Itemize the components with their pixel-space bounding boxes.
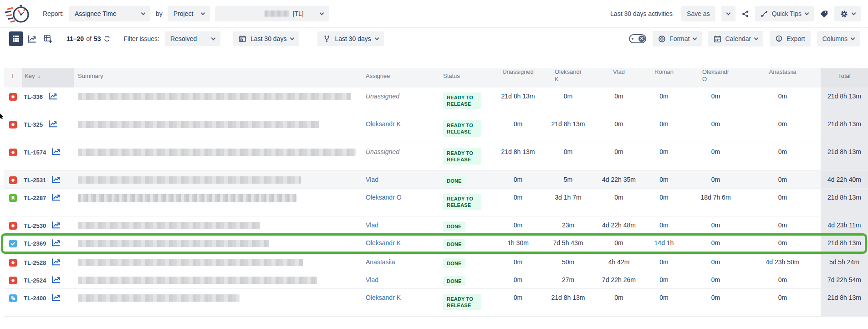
trend-chart-icon[interactable] (51, 221, 61, 229)
column-header-user[interactable]: Anastasiia (745, 68, 821, 87)
issue-key[interactable]: TL-2369 (24, 239, 46, 247)
time-value-cell: 0m (540, 87, 597, 115)
issue-key[interactable]: TL-2531 (24, 176, 46, 184)
issue-key[interactable]: TL-2524 (24, 276, 46, 284)
share-icon[interactable] (741, 10, 749, 18)
column-header-user[interactable]: OleksandrK (540, 68, 597, 87)
column-header-status[interactable]: Status (439, 68, 496, 87)
worklog-date-filter-select[interactable]: Last 30 days (317, 31, 383, 46)
status-badge: DONE (443, 176, 465, 186)
trend-chart-icon[interactable] (51, 276, 61, 283)
trend-chart-icon[interactable] (51, 148, 61, 155)
trend-chart-icon[interactable] (48, 93, 57, 100)
save-as-label: Save as (687, 10, 710, 17)
toggle-off[interactable]: ✕ (629, 34, 646, 43)
assignee-name[interactable]: Oleksandr O (366, 194, 402, 201)
trend-chart-icon[interactable] (51, 176, 61, 183)
time-value-cell: 7d 5h 43m (540, 234, 597, 253)
subtask-issue-type-icon (9, 294, 17, 316)
summary-redacted (78, 121, 319, 128)
assignee-name[interactable]: Vlad (366, 276, 378, 283)
activities-label[interactable]: Last 30 days activities (610, 10, 673, 17)
issue-date-filter-select[interactable]: Last 30 days (233, 31, 299, 46)
column-header-user[interactable]: OleksandrO (687, 68, 745, 87)
export-button[interactable]: Export (770, 31, 810, 46)
project-select[interactable]: [TL] (215, 6, 329, 21)
user-column-label: Roman (654, 68, 674, 75)
trend-chart-icon[interactable] (51, 258, 61, 266)
save-as-button[interactable]: Save as (681, 6, 715, 21)
summary-redacted (78, 240, 269, 247)
assignee-name[interactable]: Oleksandr K (366, 120, 401, 128)
settings-button[interactable] (834, 6, 861, 21)
time-value-cell: 21d 8h 13m (496, 143, 540, 170)
time-value-cell: 4h 42m (597, 253, 641, 271)
status-badge: READY TO RELEASE (443, 294, 481, 310)
assignee-name[interactable]: Oleksandr K (366, 294, 401, 301)
by-label: by (156, 10, 163, 17)
time-value-cell: 0m (745, 171, 821, 188)
time-value-cell: 21d 8h 13m (496, 87, 540, 115)
quick-tips-button[interactable]: Quick Tips (755, 6, 814, 21)
refresh-icon[interactable] (103, 35, 111, 42)
user-column-label: Vlad (613, 68, 625, 75)
assignee-name[interactable]: Oleksandr K (366, 239, 401, 247)
format-button[interactable]: Format (653, 31, 702, 46)
calendar-button[interactable]: Calendar (708, 31, 763, 46)
trend-chart-icon[interactable] (51, 294, 61, 301)
summary-redacted (78, 259, 303, 266)
assignee-name[interactable]: Vlad (366, 221, 378, 229)
trend-chart-icon[interactable] (48, 120, 57, 128)
time-value-cell: 0m (641, 171, 687, 188)
grouping-select[interactable]: Project (168, 6, 210, 21)
column-header-user[interactable]: Vlad (597, 68, 641, 87)
total-value-cell: 21d 8h 13m (821, 189, 868, 216)
status-filter-select[interactable]: Resolved (165, 31, 220, 46)
time-value-cell: 0m (687, 115, 745, 143)
table-row: TL-2400Oleksandr KREADY TO RELEASE0m21d … (4, 289, 868, 317)
column-header-user[interactable]: Unassigned (496, 68, 540, 87)
time-value-cell: 0m (496, 115, 540, 143)
table-row: TL-2524VladDONE0m27m7d 22h 26m0m0m0m7d 2… (4, 271, 868, 289)
issue-key[interactable]: TL-2530 (24, 221, 46, 230)
column-header-key[interactable]: Key ↓ (22, 68, 74, 87)
table-row: TL-325Oleksandr KREADY TO RELEASE0m21d 8… (4, 115, 868, 143)
columns-button[interactable]: Columns (817, 31, 860, 46)
save-as-dropdown-button[interactable] (721, 6, 735, 21)
bug-issue-type-icon (9, 121, 17, 143)
trend-chart-icon[interactable] (51, 239, 61, 247)
column-header-total[interactable]: Total (821, 68, 868, 87)
report-label: Report: (43, 10, 64, 17)
chevron-down-icon (141, 10, 145, 15)
chart-view-button[interactable] (25, 31, 39, 46)
time-value-cell: 0m (597, 87, 641, 115)
pagination-total: 53 (94, 35, 101, 42)
worklog-date-filter-value: Last 30 days (335, 35, 371, 42)
column-header-type[interactable]: T (4, 68, 22, 87)
calendar-clock-icon (239, 35, 246, 42)
grid-view-button[interactable] (9, 31, 23, 46)
column-header-assignee[interactable]: Assignee (362, 68, 439, 87)
tag-icon[interactable] (820, 10, 828, 18)
time-value-cell: 0m (597, 189, 641, 216)
issue-key[interactable]: TL-2287 (24, 194, 46, 202)
issue-key[interactable]: TL-2528 (24, 258, 46, 267)
total-value-cell: 21d 8h 13m (821, 87, 868, 115)
status-badge: DONE (443, 258, 465, 268)
assignee-name[interactable]: Anastasiia (366, 258, 395, 266)
time-value-cell: 0m (597, 234, 641, 253)
story-issue-type-icon (9, 194, 17, 216)
issue-key[interactable]: TL-2400 (24, 294, 46, 302)
column-header-summary[interactable]: Summary (74, 68, 362, 87)
time-value-cell: 3d 1h 7m (540, 189, 597, 216)
issue-key[interactable]: TL-1574 (24, 148, 46, 156)
time-value-cell: 0m (687, 216, 745, 234)
column-header-user[interactable]: Roman (641, 68, 687, 87)
report-type-select[interactable]: Assignee Time (69, 6, 150, 21)
trend-chart-icon[interactable] (51, 194, 61, 201)
add-view-button[interactable] (41, 31, 55, 46)
time-value-cell: 0m (687, 271, 745, 288)
issue-key[interactable]: TL-325 (24, 120, 43, 129)
issue-key[interactable]: TL-336 (24, 93, 43, 101)
assignee-name[interactable]: Vlad (366, 176, 378, 183)
